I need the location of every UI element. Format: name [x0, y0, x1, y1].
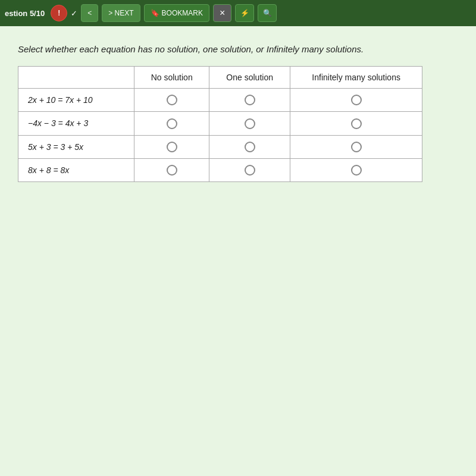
table-row: 8x + 8 = 8x: [18, 158, 422, 181]
radio-4-one[interactable]: [245, 165, 255, 176]
radio-3-one[interactable]: [245, 142, 255, 152]
radio-1-one[interactable]: [245, 95, 255, 105]
radio-4-inf[interactable]: [351, 165, 362, 176]
equation-table: No solution One solution Infinitely many…: [18, 66, 422, 182]
radio-cell-1-one[interactable]: [209, 89, 290, 112]
warning-icon: !: [58, 9, 60, 17]
search-icon: 🔍: [263, 9, 272, 17]
col-header-no-solution: No solution: [134, 67, 209, 89]
radio-cell-4-no[interactable]: [134, 158, 209, 181]
question-counter: estion 5/10: [5, 9, 45, 18]
col-header-one-solution: One solution: [209, 67, 290, 89]
table-row: 2x + 10 = 7x + 10: [18, 89, 422, 112]
radio-1-no[interactable]: [167, 95, 177, 105]
equation-2: −4x − 3 = 4x + 3: [18, 112, 134, 135]
radio-cell-2-inf[interactable]: [290, 112, 422, 135]
table-row: 5x + 3 = 3 + 5x: [18, 135, 422, 158]
col-header-equation: [18, 67, 134, 89]
toolbar: estion 5/10 ! ✓ < > NEXT 🔖 BOOKMARK × ⚡ …: [0, 0, 476, 26]
bookmark-icon: 🔖: [151, 9, 159, 17]
radio-cell-3-one[interactable]: [209, 135, 290, 158]
col-header-inf-solution: Infinitely many solutions: [290, 67, 422, 89]
table-header-row: No solution One solution Infinitely many…: [18, 67, 422, 89]
radio-cell-3-no[interactable]: [134, 135, 209, 158]
table-row: −4x − 3 = 4x + 3: [18, 112, 422, 135]
radio-2-no[interactable]: [167, 118, 177, 129]
equation-3: 5x + 3 = 3 + 5x: [18, 135, 134, 158]
search-button[interactable]: 🔍: [258, 4, 277, 22]
bookmark-button[interactable]: 🔖 BOOKMARK: [144, 4, 209, 22]
radio-cell-1-inf[interactable]: [290, 89, 422, 112]
next-button[interactable]: > NEXT: [102, 4, 140, 22]
question-instruction: Select whether each equation has no solu…: [18, 44, 458, 54]
radio-1-inf[interactable]: [351, 95, 362, 105]
radio-2-inf[interactable]: [351, 118, 362, 129]
equation-4: 8x + 8 = 8x: [18, 158, 134, 181]
radio-cell-2-one[interactable]: [209, 112, 290, 135]
radio-cell-1-no[interactable]: [134, 89, 209, 112]
radio-3-inf[interactable]: [351, 142, 362, 152]
flash-icon: ⚡: [240, 9, 249, 17]
prev-button[interactable]: <: [81, 4, 98, 22]
radio-3-no[interactable]: [167, 142, 177, 152]
radio-cell-3-inf[interactable]: [290, 135, 422, 158]
radio-2-one[interactable]: [245, 118, 255, 129]
radio-4-no[interactable]: [167, 165, 177, 176]
close-button[interactable]: ×: [213, 4, 231, 22]
flash-button[interactable]: ⚡: [235, 4, 254, 22]
radio-cell-4-inf[interactable]: [290, 158, 422, 181]
equation-1: 2x + 10 = 7x + 10: [18, 89, 134, 112]
radio-cell-2-no[interactable]: [134, 112, 209, 135]
radio-cell-4-one[interactable]: [209, 158, 290, 181]
check-icon: ✓: [71, 9, 77, 18]
content-area: Select whether each equation has no solu…: [0, 26, 476, 476]
warning-button[interactable]: !: [51, 5, 67, 21]
